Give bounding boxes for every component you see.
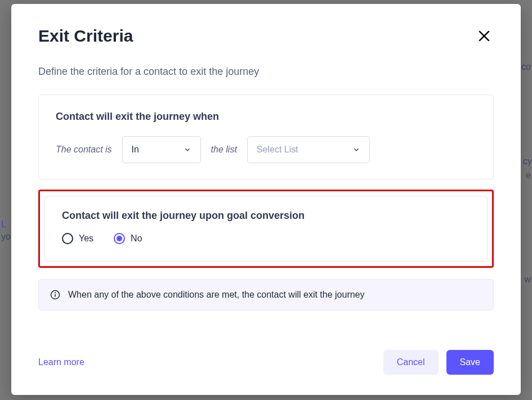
info-icon bbox=[50, 290, 60, 300]
chevron-down-icon bbox=[184, 146, 191, 154]
goal-conversion-heading: Contact will exit the journey upon goal … bbox=[62, 210, 470, 222]
list-select[interactable]: Select List bbox=[247, 136, 370, 163]
radio-label-no: No bbox=[131, 233, 142, 244]
in-operator-select[interactable]: In bbox=[122, 136, 201, 163]
modal-header: Exit Criteria bbox=[38, 26, 494, 46]
goal-conversion-section: Contact will exit the journey upon goal … bbox=[44, 196, 488, 262]
list-select-placeholder: Select List bbox=[257, 145, 298, 155]
goal-conversion-radio-group: Yes No bbox=[62, 233, 470, 244]
radio-icon bbox=[62, 233, 73, 244]
contact-is-label: The contact is bbox=[56, 145, 112, 155]
goal-conversion-highlight: Contact will exit the journey upon goal … bbox=[38, 190, 494, 268]
radio-option-yes[interactable]: Yes bbox=[62, 233, 93, 244]
modal-footer: Learn more Cancel Save bbox=[38, 330, 494, 375]
cancel-button[interactable]: Cancel bbox=[383, 350, 439, 375]
in-operator-value: In bbox=[132, 145, 139, 155]
radio-icon bbox=[114, 233, 125, 244]
modal-title: Exit Criteria bbox=[38, 26, 133, 46]
radio-option-no[interactable]: No bbox=[114, 233, 142, 244]
radio-label-yes: Yes bbox=[79, 233, 93, 244]
footer-buttons: Cancel Save bbox=[383, 350, 494, 375]
the-list-label: the list bbox=[211, 145, 237, 155]
save-button[interactable]: Save bbox=[446, 350, 494, 375]
close-button[interactable] bbox=[475, 26, 494, 46]
learn-more-link[interactable]: Learn more bbox=[38, 357, 84, 367]
close-icon bbox=[477, 29, 491, 43]
exit-when-section: Contact will exit the journey when The c… bbox=[38, 95, 494, 179]
chevron-down-icon bbox=[352, 146, 360, 154]
info-banner: When any of the above conditions are met… bbox=[38, 279, 494, 311]
exit-when-heading: Contact will exit the journey when bbox=[56, 111, 476, 123]
modal-subtitle: Define the criteria for a contact to exi… bbox=[38, 66, 494, 78]
info-text: When any of the above conditions are met… bbox=[68, 290, 365, 300]
svg-point-2 bbox=[55, 292, 56, 293]
exit-when-controls: The contact is In the list Select List bbox=[56, 136, 476, 163]
exit-criteria-modal: Exit Criteria Define the criteria for a … bbox=[11, 4, 521, 395]
